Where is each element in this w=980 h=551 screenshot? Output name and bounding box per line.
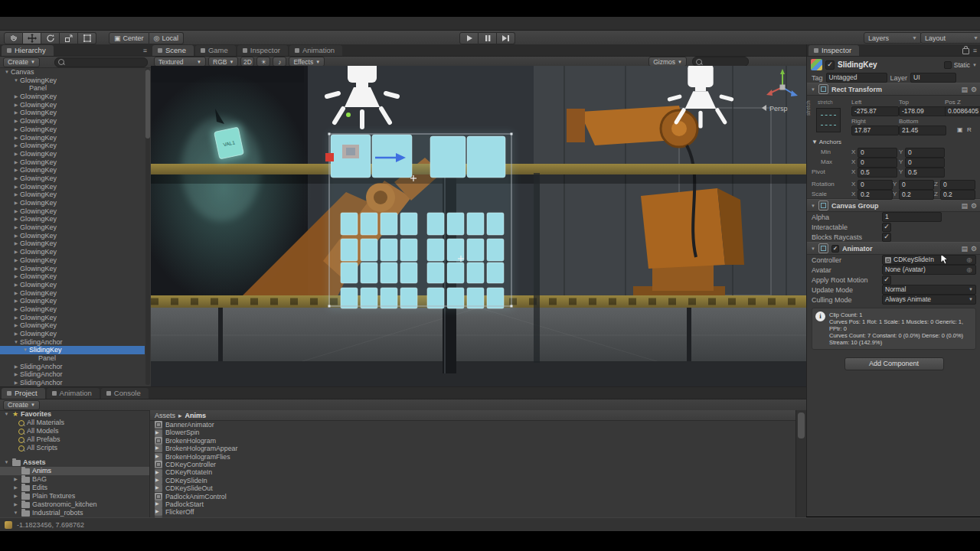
hierarchy-row[interactable]: ▶ GlowingKey xyxy=(0,183,145,191)
hierarchy-row[interactable]: ▶ SlidingAnchor xyxy=(0,370,145,379)
glowing-key[interactable] xyxy=(427,262,444,283)
foldout-arrow[interactable]: ▶ xyxy=(12,174,20,183)
asset-row[interactable]: BrokenHologram xyxy=(150,437,796,445)
glowing-key[interactable] xyxy=(487,262,504,283)
controller-object-field[interactable]: CDKeySlideIn ◎ xyxy=(882,255,976,265)
glowing-key[interactable] xyxy=(400,239,417,261)
pause-icon[interactable] xyxy=(479,32,497,44)
scene-view-tab[interactable]: Scene xyxy=(152,45,194,56)
hierarchy-row[interactable]: ▶ SlidingAnchor xyxy=(0,379,145,386)
foldout-arrow[interactable]: ▼ xyxy=(12,509,19,517)
foldout-arrow[interactable]: ▼ xyxy=(12,338,20,347)
foldout-arrow[interactable]: ▶ xyxy=(12,248,20,256)
gameobject-name[interactable]: SlidingKey xyxy=(838,60,877,69)
favorites-item[interactable]: All Models xyxy=(0,427,149,435)
hierarchy-row[interactable]: ▶ GlowingKey xyxy=(0,281,145,289)
foldout-arrow[interactable]: ▶ xyxy=(12,272,20,281)
foldout-arrow[interactable]: ▶ xyxy=(12,142,20,150)
tag-dropdown[interactable]: Untagged xyxy=(826,73,887,83)
glowing-key[interactable] xyxy=(341,213,358,235)
foldout-arrow[interactable]: ▶ xyxy=(12,232,20,240)
glowing-key[interactable] xyxy=(341,288,358,308)
rotation-x[interactable]: 0 xyxy=(858,180,893,190)
hierarchy-row[interactable]: ▼ GlowingKey xyxy=(0,77,145,85)
project-folder-row[interactable]: ▶ Gastronomic_kitchen xyxy=(0,500,149,509)
foldout-arrow[interactable]: ▶ xyxy=(12,215,20,223)
glowing-key[interactable] xyxy=(467,213,484,235)
hierarchy-search-input[interactable] xyxy=(54,57,148,67)
glowing-key[interactable] xyxy=(381,262,397,283)
object-picker-icon[interactable]: ◎ xyxy=(965,256,973,264)
asset-row[interactable]: BlowerSpin xyxy=(150,429,796,436)
rect-bottom-field[interactable]: 21.45 xyxy=(899,126,946,135)
canvas-group-header[interactable]: ▼ Canvas Group ▤⚙ xyxy=(807,199,980,212)
space-button[interactable]: ◎Local xyxy=(149,32,184,44)
rect-transform-header[interactable]: ▼ Rect Transform ▤⚙ xyxy=(807,83,980,96)
foldout-arrow[interactable]: ▶ xyxy=(12,207,20,216)
panel-menu-icon[interactable]: ≡ xyxy=(143,47,147,54)
rect-right-field[interactable]: 17.87 xyxy=(851,126,899,135)
project-scrollbar[interactable] xyxy=(795,410,806,517)
rect-posz-field[interactable]: 0.0086405 xyxy=(945,106,980,116)
foldout-arrow[interactable]: ▶ xyxy=(12,134,20,142)
rect-top-field[interactable]: -178.09 xyxy=(899,106,946,116)
hierarchy-row[interactable]: ▶ GlowingKey xyxy=(0,256,145,265)
scale-x[interactable]: 0.2 xyxy=(858,190,893,200)
pivot-x[interactable]: 0.5 xyxy=(858,168,897,178)
foldout-arrow[interactable]: ▼ xyxy=(3,458,10,467)
create-button[interactable]: Create▼ xyxy=(3,400,40,410)
rotation-z[interactable]: 0 xyxy=(940,180,975,190)
hierarchy-row[interactable]: ▶ GlowingKey xyxy=(0,272,145,281)
favorites-root[interactable]: ▼★ Favorites xyxy=(0,410,149,419)
glowing-key[interactable] xyxy=(361,288,377,308)
glowing-key[interactable] xyxy=(427,213,444,235)
blocks-raycasts-checkbox[interactable]: ✓ xyxy=(882,233,891,242)
anchors-foldout[interactable]: ▼ Anchors xyxy=(812,139,841,145)
hierarchy-row[interactable]: ▼ SlidingKey xyxy=(0,346,145,354)
asset-row[interactable]: CDKeyController xyxy=(150,461,796,468)
foldout-arrow[interactable]: ▶ xyxy=(12,158,20,167)
glowing-key[interactable] xyxy=(447,288,464,308)
hierarchy-row[interactable]: ▶ GlowingKey xyxy=(0,158,145,167)
asset-row[interactable]: CDKeyRotateIn xyxy=(150,468,796,476)
active-checkbox[interactable]: ✓ xyxy=(825,60,835,70)
foldout-arrow[interactable]: ▶ xyxy=(12,484,19,492)
scale-tool-icon[interactable] xyxy=(60,32,78,44)
rect-left-field[interactable]: -275.87 xyxy=(851,106,899,116)
glowing-key[interactable] xyxy=(341,262,358,283)
project-folder-row[interactable]: ▼ Industrial_robots xyxy=(0,509,149,517)
reset-icon[interactable]: R xyxy=(967,126,972,133)
hierarchy-row[interactable]: ▶ GlowingKey xyxy=(0,215,145,223)
hierarchy-row[interactable]: ▶ GlowingKey xyxy=(0,330,145,338)
animator-enabled-checkbox[interactable]: ✓ xyxy=(831,245,839,253)
glowing-key[interactable] xyxy=(447,262,464,283)
glowing-key[interactable] xyxy=(381,288,397,308)
anchor-max-y[interactable]: 0 xyxy=(905,158,945,168)
anchor-preset-button[interactable] xyxy=(816,108,841,132)
panel-menu-icon[interactable]: ≡ xyxy=(973,47,977,54)
foldout-arrow[interactable]: ▶ xyxy=(12,93,20,101)
hierarchy-row[interactable]: ▶ GlowingKey xyxy=(0,109,145,117)
persp-label[interactable]: Persp xyxy=(769,105,788,112)
foldout-arrow[interactable]: ▶ xyxy=(12,117,20,126)
tab-hierarchy[interactable]: Hierarchy xyxy=(2,45,54,56)
foldout-arrow[interactable]: ▶ xyxy=(12,183,20,191)
hierarchy-row[interactable]: ▶ GlowingKey xyxy=(0,223,145,232)
glowing-key[interactable] xyxy=(381,239,397,261)
asset-row[interactable]: CDKeySlideOut xyxy=(150,484,796,492)
asset-row[interactable]: BannerAnimator xyxy=(150,421,796,429)
foldout-arrow[interactable]: ▼ xyxy=(21,346,29,354)
hierarchy-row[interactable]: ▶ GlowingKey xyxy=(0,134,145,142)
foldout-arrow[interactable]: ▶ xyxy=(12,321,20,330)
animator-header[interactable]: ▼ ✓ Animator ▤⚙ xyxy=(807,242,980,255)
foldout-arrow[interactable]: ▼ xyxy=(3,410,10,419)
foldout-arrow[interactable]: ▶ xyxy=(12,500,19,509)
project-folder-row[interactable]: Anims xyxy=(0,467,149,475)
foldout-arrow[interactable]: ▶ xyxy=(12,297,20,305)
asset-row[interactable]: BrokenHologramAppear xyxy=(150,445,796,452)
light-handle-dot[interactable] xyxy=(346,112,351,117)
gear-icon[interactable]: ⚙ xyxy=(971,245,977,253)
scene-viewport[interactable]: VAL1 xyxy=(151,66,806,386)
hierarchy-row[interactable]: ▶ GlowingKey xyxy=(0,117,145,126)
hierarchy-row[interactable]: ▶ GlowingKey xyxy=(0,289,145,298)
